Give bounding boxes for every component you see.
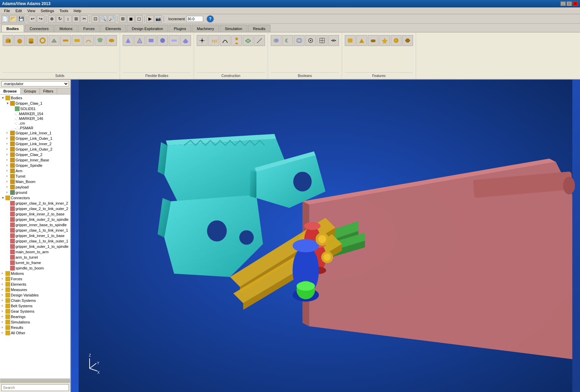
curve-icon[interactable] (83, 35, 94, 46)
model-dropdown[interactable]: .manipulator (1, 81, 69, 86)
tree-ground[interactable]: + ground (5, 190, 70, 195)
tree-conn11[interactable]: arm_to_turret (5, 255, 70, 260)
browser-tab-groups[interactable]: Groups (21, 88, 40, 94)
tree-conn13[interactable]: spindle_to_boom (5, 265, 70, 271)
tree-conn1[interactable]: gripper_claw_2_to_link_inner_2 (5, 201, 70, 206)
flex-body4-icon[interactable] (157, 35, 168, 46)
viewport[interactable]: Z Y X (71, 80, 580, 392)
tree-gc2[interactable]: + Gripper_Claw_2 (5, 152, 70, 157)
construction-line-icon[interactable] (254, 35, 265, 46)
tree-gs[interactable]: + Gripper_Spindle (5, 163, 70, 168)
h-scrollbar[interactable] (1, 380, 70, 382)
delete-tool[interactable]: ✂ (80, 15, 88, 23)
tab-elements[interactable]: Elements (100, 25, 126, 32)
point-icon[interactable] (197, 35, 208, 46)
arc-icon[interactable] (220, 35, 231, 46)
tree-conn9[interactable]: gripper_link_outer_1_to_spindle (5, 244, 70, 249)
zoom-out[interactable]: 🔎 (108, 15, 115, 23)
tree-view[interactable]: ▼ Bodies ▼ Gripper_Claw_1 SOLID51 (0, 95, 70, 378)
scale-tool[interactable]: ⊞ (72, 15, 80, 23)
wireframe-mode[interactable]: ◻ (135, 15, 143, 23)
tree-conn4[interactable]: gripper_link_outer_2_to_spindle (5, 217, 70, 222)
tree-gl-outer1[interactable]: + Gripper_Link_Outer_1 (5, 136, 70, 141)
tree-gl-inner2[interactable]: + Gripper_Link_Inner_2 (5, 141, 70, 147)
tree-bearings[interactable]: + Bearings (0, 314, 70, 319)
tree-simulations[interactable]: + Simulations (0, 319, 70, 325)
tree-solid51[interactable]: SOLID51 (9, 106, 70, 111)
rotate-tool[interactable]: ↻ (56, 15, 64, 23)
zoom-in[interactable]: 🔍 (100, 15, 107, 23)
tab-simulation[interactable]: Simulation (220, 25, 247, 32)
tree-belt[interactable]: + Belt Systems (0, 303, 70, 309)
tree-connectors[interactable]: ▼ Connectors (0, 195, 70, 201)
flex-body2-icon[interactable] (134, 35, 145, 46)
feature5-icon[interactable] (391, 35, 402, 46)
menu-edit[interactable]: Edit (13, 8, 25, 14)
tree-elements[interactable]: + Elements (0, 282, 70, 287)
tree-bodies[interactable]: ▼ Bodies (0, 95, 70, 101)
flex-body6-icon[interactable] (180, 35, 191, 46)
grid-toggle[interactable]: ⊞ (119, 15, 126, 23)
redo-button[interactable]: ↪ (37, 15, 44, 23)
tree-motions[interactable]: + Motions (0, 271, 70, 276)
flex-body3-icon[interactable] (146, 35, 156, 46)
help-button[interactable]: ? (207, 15, 214, 23)
flex-body-icon[interactable] (123, 35, 134, 46)
tree-design-vars[interactable]: + Design Variables (0, 292, 70, 298)
torus-icon[interactable] (37, 35, 48, 46)
open-button[interactable]: 📂 (9, 15, 17, 23)
tree-arm[interactable]: + Arm (5, 168, 70, 174)
tab-design-exploration[interactable]: Design Exploration (127, 25, 168, 32)
tree-turret[interactable]: + Turret (5, 174, 70, 179)
feature4-icon[interactable] (379, 35, 390, 46)
tree-marker146[interactable]: -.˙. MARKER_146 (9, 116, 70, 121)
camera-btn[interactable]: 📷 (154, 15, 162, 23)
tab-bodies[interactable]: Bodies (1, 25, 24, 32)
tree-gl-outer2[interactable]: + Gripper_Link_Outer_2 (5, 147, 70, 152)
feature1-icon[interactable] (345, 35, 356, 46)
bool-subtract-icon[interactable] (282, 35, 293, 46)
tree-gib[interactable]: + Gripper_Inner_Base (5, 157, 70, 163)
tree-measures[interactable]: + Measures (0, 287, 70, 292)
tree-payload[interactable]: + payload (5, 184, 70, 190)
construction-plane-icon[interactable] (243, 35, 253, 46)
tab-connectors[interactable]: Connectors (25, 25, 54, 32)
tree-results[interactable]: + Results (0, 325, 70, 330)
link-icon[interactable] (60, 35, 71, 46)
marker-icon[interactable]: xyz (208, 35, 219, 46)
render-mode[interactable]: ◼ (127, 15, 135, 23)
tree-gear[interactable]: + Gear Systems (0, 309, 70, 314)
feature6-icon[interactable] (402, 35, 413, 46)
tree-main-boom[interactable]: + Main_Boom (5, 179, 70, 184)
menu-settings[interactable]: Settings (38, 8, 57, 14)
tree-cm[interactable]: -.˙. .cm (9, 121, 70, 126)
surface-icon[interactable] (95, 35, 105, 46)
tree-gripper-claw-1[interactable]: ▼ Gripper_Claw_1 (5, 101, 70, 106)
simulate-btn[interactable]: ▶ (146, 15, 154, 23)
bool-intersect-icon[interactable] (294, 35, 305, 46)
flex-body5-icon[interactable] (169, 35, 179, 46)
extrude-icon[interactable] (49, 35, 59, 46)
tree-chain[interactable]: + Chain Systems (0, 298, 70, 303)
sphere-icon[interactable] (14, 35, 25, 46)
tab-results[interactable]: Results (248, 25, 271, 32)
close-button[interactable]: ✕ (573, 1, 578, 6)
mesh-icon[interactable] (317, 35, 328, 46)
save-button[interactable]: 💾 (18, 15, 25, 23)
increment-input[interactable] (186, 16, 203, 22)
translate-tool[interactable]: ↕ (64, 15, 72, 23)
undo-button[interactable]: ↩ (29, 15, 36, 23)
menu-tools[interactable]: Tools (57, 8, 71, 14)
minimize-button[interactable]: _ (560, 1, 566, 6)
person-icon[interactable] (231, 35, 242, 46)
tree-forces[interactable]: + Forces (0, 276, 70, 282)
tree-conn5[interactable]: gripper_inner_base_to_spindle (5, 222, 70, 228)
zoom-fit[interactable]: ⊡ (92, 15, 99, 23)
select-tool[interactable]: ⊕ (48, 15, 55, 23)
tree-conn10[interactable]: main_boom_to_arm (5, 249, 70, 255)
tab-forces[interactable]: Forces (78, 25, 100, 32)
tree-conn3[interactable]: gripper_link_inner_2_to_base (5, 211, 70, 217)
browser-tab-filters[interactable]: Filters (40, 88, 57, 94)
box-icon[interactable] (3, 35, 14, 46)
menu-help[interactable]: Help (71, 8, 84, 14)
